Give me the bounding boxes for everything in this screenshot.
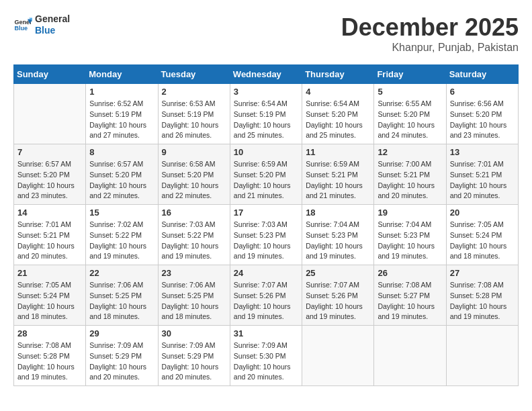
calendar-day-cell: 9Sunrise: 6:58 AMSunset: 5:20 PMDaylight… (158, 144, 230, 205)
day-number: 14 (17, 208, 82, 218)
day-info: Sunrise: 7:04 AMSunset: 5:23 PMDaylight:… (378, 220, 442, 262)
day-number: 23 (162, 268, 226, 278)
day-number: 8 (89, 147, 154, 157)
day-number: 18 (306, 208, 370, 218)
day-info: Sunrise: 7:00 AMSunset: 5:21 PMDaylight:… (378, 159, 442, 201)
calendar-day-cell (446, 326, 518, 386)
day-number: 5 (378, 87, 442, 97)
calendar-day-cell: 11Sunrise: 6:59 AMSunset: 5:21 PMDayligh… (302, 144, 374, 205)
weekday-header-row: SundayMondayTuesdayWednesdayThursdayFrid… (14, 65, 519, 84)
day-info: Sunrise: 7:07 AMSunset: 5:26 PMDaylight:… (306, 280, 370, 322)
calendar-day-cell: 29Sunrise: 7:09 AMSunset: 5:29 PMDayligh… (86, 326, 158, 386)
calendar-day-cell: 10Sunrise: 6:59 AMSunset: 5:20 PMDayligh… (230, 144, 302, 205)
calendar-week-row: 28Sunrise: 7:08 AMSunset: 5:28 PMDayligh… (14, 326, 519, 386)
weekday-header-wednesday: Wednesday (230, 65, 302, 84)
calendar-day-cell (14, 84, 86, 144)
svg-text:Blue: Blue (14, 25, 28, 32)
day-number: 13 (450, 147, 515, 157)
calendar-day-cell: 28Sunrise: 7:08 AMSunset: 5:28 PMDayligh… (14, 326, 86, 386)
calendar-day-cell: 7Sunrise: 6:57 AMSunset: 5:20 PMDaylight… (14, 144, 86, 205)
day-number: 3 (234, 87, 298, 97)
calendar-day-cell: 1Sunrise: 6:52 AMSunset: 5:19 PMDaylight… (86, 84, 158, 144)
day-number: 10 (234, 147, 298, 157)
day-info: Sunrise: 7:06 AMSunset: 5:25 PMDaylight:… (162, 280, 226, 322)
day-number: 20 (450, 208, 515, 218)
day-info: Sunrise: 6:59 AMSunset: 5:20 PMDaylight:… (234, 159, 298, 201)
day-number: 25 (306, 268, 370, 278)
header: General Blue General Blue December 2025 … (13, 13, 519, 54)
calendar-day-cell: 21Sunrise: 7:05 AMSunset: 5:24 PMDayligh… (14, 265, 86, 326)
day-number: 6 (450, 87, 515, 97)
day-number: 24 (234, 268, 298, 278)
calendar-day-cell: 8Sunrise: 6:57 AMSunset: 5:20 PMDaylight… (86, 144, 158, 205)
calendar-week-row: 21Sunrise: 7:05 AMSunset: 5:24 PMDayligh… (14, 265, 519, 326)
day-number: 28 (17, 328, 82, 338)
day-info: Sunrise: 6:59 AMSunset: 5:21 PMDaylight:… (306, 159, 370, 201)
calendar-day-cell: 2Sunrise: 6:53 AMSunset: 5:19 PMDaylight… (158, 84, 230, 144)
calendar-day-cell: 13Sunrise: 7:01 AMSunset: 5:21 PMDayligh… (446, 144, 518, 205)
calendar-day-cell: 4Sunrise: 6:54 AMSunset: 5:20 PMDaylight… (302, 84, 374, 144)
day-info: Sunrise: 7:09 AMSunset: 5:30 PMDaylight:… (234, 340, 298, 383)
calendar-day-cell: 3Sunrise: 6:54 AMSunset: 5:19 PMDaylight… (230, 84, 302, 144)
calendar-day-cell: 22Sunrise: 7:06 AMSunset: 5:25 PMDayligh… (86, 265, 158, 326)
calendar-day-cell: 18Sunrise: 7:04 AMSunset: 5:23 PMDayligh… (302, 205, 374, 265)
calendar-day-cell (374, 326, 446, 386)
day-number: 31 (234, 328, 298, 338)
day-number: 1 (89, 87, 154, 97)
calendar-day-cell: 31Sunrise: 7:09 AMSunset: 5:30 PMDayligh… (230, 326, 302, 386)
calendar-day-cell: 24Sunrise: 7:07 AMSunset: 5:26 PMDayligh… (230, 265, 302, 326)
day-info: Sunrise: 7:05 AMSunset: 5:24 PMDaylight:… (450, 220, 515, 262)
day-number: 11 (306, 147, 370, 157)
day-number: 19 (378, 208, 442, 218)
day-info: Sunrise: 7:02 AMSunset: 5:22 PMDaylight:… (89, 220, 154, 262)
day-number: 15 (89, 208, 154, 218)
day-info: Sunrise: 6:55 AMSunset: 5:20 PMDaylight:… (378, 99, 442, 141)
weekday-header-thursday: Thursday (302, 65, 374, 84)
calendar-week-row: 14Sunrise: 7:01 AMSunset: 5:21 PMDayligh… (14, 205, 519, 265)
calendar-week-row: 7Sunrise: 6:57 AMSunset: 5:20 PMDaylight… (14, 144, 519, 205)
day-info: Sunrise: 7:04 AMSunset: 5:23 PMDaylight:… (306, 220, 370, 262)
day-number: 4 (306, 87, 370, 97)
calendar-day-cell: 15Sunrise: 7:02 AMSunset: 5:22 PMDayligh… (86, 205, 158, 265)
weekday-header-monday: Monday (86, 65, 158, 84)
day-number: 9 (162, 147, 226, 157)
day-info: Sunrise: 7:05 AMSunset: 5:24 PMDaylight:… (17, 280, 82, 322)
calendar-day-cell: 6Sunrise: 6:56 AMSunset: 5:20 PMDaylight… (446, 84, 518, 144)
day-info: Sunrise: 6:58 AMSunset: 5:20 PMDaylight:… (162, 159, 226, 201)
calendar-day-cell: 30Sunrise: 7:09 AMSunset: 5:29 PMDayligh… (158, 326, 230, 386)
calendar-day-cell: 16Sunrise: 7:03 AMSunset: 5:22 PMDayligh… (158, 205, 230, 265)
day-info: Sunrise: 7:08 AMSunset: 5:28 PMDaylight:… (450, 280, 515, 322)
title-section: December 2025 Khanpur, Punjab, Pakistan (341, 13, 519, 54)
day-number: 26 (378, 268, 442, 278)
logo-icon: General Blue (13, 15, 32, 34)
calendar-day-cell: 26Sunrise: 7:08 AMSunset: 5:27 PMDayligh… (374, 265, 446, 326)
day-info: Sunrise: 7:01 AMSunset: 5:21 PMDaylight:… (17, 220, 82, 262)
day-info: Sunrise: 7:03 AMSunset: 5:22 PMDaylight:… (162, 220, 226, 262)
weekday-header-friday: Friday (374, 65, 446, 84)
weekday-header-saturday: Saturday (446, 65, 518, 84)
day-info: Sunrise: 7:08 AMSunset: 5:27 PMDaylight:… (378, 280, 442, 322)
day-number: 22 (89, 268, 154, 278)
location-title: Khanpur, Punjab, Pakistan (341, 42, 519, 54)
day-info: Sunrise: 6:56 AMSunset: 5:20 PMDaylight:… (450, 99, 515, 141)
day-info: Sunrise: 7:03 AMSunset: 5:23 PMDaylight:… (234, 220, 298, 262)
day-info: Sunrise: 6:52 AMSunset: 5:19 PMDaylight:… (89, 99, 154, 141)
day-info: Sunrise: 7:01 AMSunset: 5:21 PMDaylight:… (450, 159, 515, 201)
weekday-header-tuesday: Tuesday (158, 65, 230, 84)
calendar-day-cell: 25Sunrise: 7:07 AMSunset: 5:26 PMDayligh… (302, 265, 374, 326)
calendar-day-cell: 17Sunrise: 7:03 AMSunset: 5:23 PMDayligh… (230, 205, 302, 265)
day-info: Sunrise: 6:57 AMSunset: 5:20 PMDaylight:… (17, 159, 82, 201)
calendar-day-cell: 19Sunrise: 7:04 AMSunset: 5:23 PMDayligh… (374, 205, 446, 265)
calendar-day-cell: 23Sunrise: 7:06 AMSunset: 5:25 PMDayligh… (158, 265, 230, 326)
calendar-day-cell: 27Sunrise: 7:08 AMSunset: 5:28 PMDayligh… (446, 265, 518, 326)
calendar-day-cell: 14Sunrise: 7:01 AMSunset: 5:21 PMDayligh… (14, 205, 86, 265)
calendar-week-row: 1Sunrise: 6:52 AMSunset: 5:19 PMDaylight… (14, 84, 519, 144)
day-info: Sunrise: 7:09 AMSunset: 5:29 PMDaylight:… (89, 340, 154, 383)
day-info: Sunrise: 7:06 AMSunset: 5:25 PMDaylight:… (89, 280, 154, 322)
day-info: Sunrise: 6:53 AMSunset: 5:19 PMDaylight:… (162, 99, 226, 141)
logo-general: General (35, 13, 70, 25)
day-number: 12 (378, 147, 442, 157)
day-number: 7 (17, 147, 82, 157)
day-info: Sunrise: 7:08 AMSunset: 5:28 PMDaylight:… (17, 340, 82, 383)
weekday-header-sunday: Sunday (14, 65, 86, 84)
